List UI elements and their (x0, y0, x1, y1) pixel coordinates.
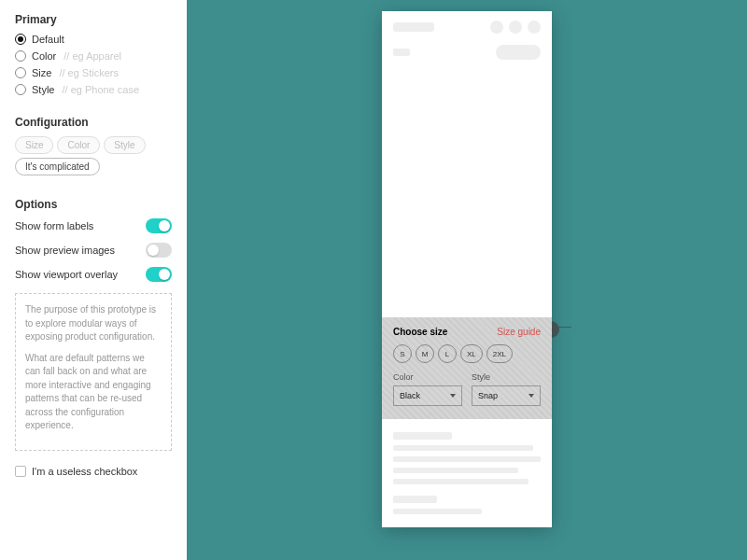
canvas: iPhone 7 Viewport Choose size Size guide… (187, 0, 747, 560)
radio-icon (15, 67, 26, 78)
skeleton-cta (496, 45, 541, 60)
config-pills: Size Color Style It's complicated (15, 136, 172, 175)
phone-body-skeleton (382, 419, 552, 527)
pill-style[interactable]: Style (104, 136, 145, 154)
style-select[interactable]: Snap (472, 385, 541, 406)
primary-title: Primary (15, 13, 172, 26)
style-label: Style (472, 372, 541, 382)
size-options: S M L XL 2XL (393, 344, 541, 363)
skeleton-breadcrumb (393, 49, 410, 56)
color-select[interactable]: Black (393, 385, 462, 406)
size-l[interactable]: L (438, 344, 457, 363)
size-m[interactable]: M (416, 344, 434, 363)
radio-default[interactable]: Default (15, 34, 172, 45)
color-label: Color (393, 372, 462, 382)
skeleton-nav-icons (490, 21, 541, 34)
toggle-preview-images[interactable] (146, 243, 172, 258)
radio-icon (15, 34, 26, 45)
radio-color[interactable]: Color // eg Apparel (15, 50, 172, 62)
choose-size-label: Choose size (393, 327, 447, 337)
phone-subheader (382, 39, 552, 63)
skeleton-logo (393, 22, 434, 32)
size-2xl[interactable]: 2XL (486, 344, 513, 363)
note-box: The purpose of this prototype is to expl… (15, 293, 172, 451)
phone-header (382, 11, 552, 39)
chevron-down-icon (450, 394, 456, 398)
phone-preview: Choose size Size guide S M L XL 2XL Colo… (382, 11, 552, 527)
configuration-title: Configuration (15, 116, 172, 129)
chevron-down-icon (529, 394, 534, 398)
pill-complicated[interactable]: It's complicated (15, 158, 100, 175)
option-preview-images: Show preview images (15, 243, 172, 258)
radio-icon (15, 84, 26, 95)
size-guide-link[interactable]: Size guide (497, 327, 541, 337)
options-title: Options (15, 198, 172, 211)
toggle-viewport-overlay[interactable] (146, 267, 172, 282)
toggle-form-labels[interactable] (146, 218, 172, 233)
pill-color[interactable]: Color (57, 136, 100, 154)
size-s[interactable]: S (393, 344, 412, 363)
product-image-area (393, 67, 541, 317)
radio-size[interactable]: Size // eg Stickers (15, 67, 172, 78)
option-viewport-overlay: Show viewport overlay (15, 267, 172, 282)
pill-size[interactable]: Size (15, 136, 53, 154)
viewport-overlay: Choose size Size guide S M L XL 2XL Colo… (382, 317, 552, 419)
size-xl[interactable]: XL (460, 344, 483, 363)
option-form-labels: Show form labels (15, 218, 172, 233)
sidebar: Primary Default Color // eg Apparel Size… (0, 0, 187, 560)
radio-style[interactable]: Style // eg Phone case (15, 84, 172, 95)
checkbox-icon (15, 466, 26, 477)
radio-icon (15, 50, 26, 62)
useless-checkbox[interactable]: I'm a useless checkbox (15, 466, 172, 477)
